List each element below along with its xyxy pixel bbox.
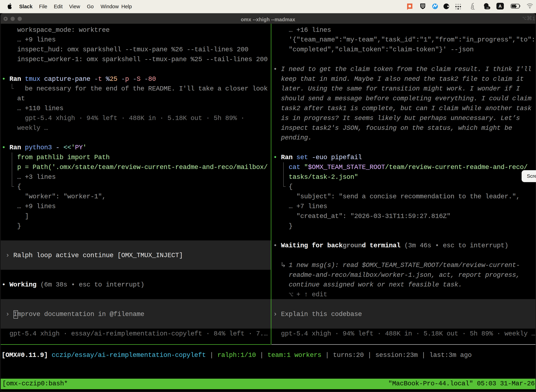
svg-text:A: A <box>498 4 502 9</box>
svg-text:..61: ..61 <box>485 7 489 9</box>
